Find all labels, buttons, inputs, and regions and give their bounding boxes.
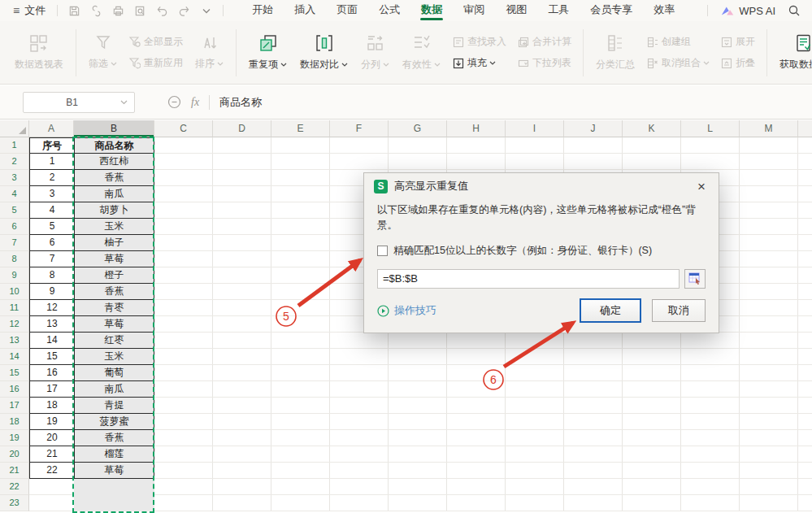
cell-column-b[interactable]: 草莓 bbox=[74, 251, 154, 267]
row-header[interactable]: 22 bbox=[0, 479, 29, 495]
cell-column-a[interactable]: 3 bbox=[29, 186, 74, 202]
menu-tab[interactable]: 插入 bbox=[284, 0, 326, 21]
save-icon[interactable] bbox=[64, 2, 85, 20]
ungroup-button[interactable]: 取消组合 bbox=[647, 56, 710, 70]
menu-tab[interactable]: 审阅 bbox=[453, 0, 495, 21]
range-input[interactable] bbox=[377, 269, 680, 289]
grid-cells[interactable] bbox=[154, 381, 812, 398]
cell-column-a[interactable]: 14 bbox=[29, 333, 74, 349]
cell-column-b[interactable]: 菠萝蜜 bbox=[74, 414, 154, 430]
grid-cells[interactable] bbox=[154, 349, 812, 365]
column-header[interactable]: I bbox=[506, 120, 564, 137]
cell-column-b[interactable]: 青枣 bbox=[74, 300, 154, 316]
row-header[interactable]: 9 bbox=[0, 267, 29, 284]
tips-link[interactable]: 操作技巧 bbox=[377, 303, 436, 318]
menu-tab[interactable]: 页面 bbox=[326, 0, 368, 21]
grid-cells[interactable] bbox=[154, 137, 812, 154]
expand-button[interactable]: 展开 bbox=[721, 35, 755, 49]
cancel-button[interactable]: 取消 bbox=[652, 299, 706, 322]
create-group-button[interactable]: 创建组 bbox=[647, 35, 710, 49]
dropdown-list-button[interactable]: 下拉列表 bbox=[518, 56, 571, 70]
print-icon[interactable] bbox=[108, 2, 128, 20]
row-header[interactable]: 8 bbox=[0, 251, 29, 267]
row-header[interactable]: 6 bbox=[0, 219, 29, 235]
column-header[interactable]: H bbox=[447, 120, 506, 137]
undo-icon[interactable] bbox=[152, 2, 172, 20]
cell-column-a[interactable]: 19 bbox=[29, 414, 74, 430]
print-preview-icon[interactable] bbox=[130, 2, 150, 20]
cell-column-a[interactable]: 2 bbox=[29, 170, 74, 186]
cell-column-a[interactable]: 9 bbox=[29, 284, 74, 300]
cell-column-a[interactable]: 17 bbox=[29, 381, 74, 398]
cell-column-a[interactable]: 5 bbox=[29, 219, 74, 235]
cell-column-b[interactable]: 草莓 bbox=[74, 316, 154, 333]
cell-column-a[interactable]: 4 bbox=[29, 202, 74, 219]
cell-column-a[interactable]: 8 bbox=[29, 267, 74, 284]
row-header[interactable]: 10 bbox=[0, 284, 29, 300]
fx-icon[interactable]: fx bbox=[191, 96, 199, 109]
cell-column-b[interactable]: 玉米 bbox=[74, 349, 154, 365]
cell-column-b[interactable]: 柚子 bbox=[74, 235, 154, 251]
show-all-button[interactable]: 全部显示 bbox=[129, 35, 183, 49]
cell-column-b[interactable]: 香蕉 bbox=[74, 284, 154, 300]
lookup-entry-button[interactable]: 查找录入 bbox=[453, 35, 506, 49]
cell-column-b[interactable] bbox=[74, 479, 154, 495]
cell-column-a[interactable]: 21 bbox=[29, 446, 74, 463]
grid-cells[interactable] bbox=[154, 495, 812, 511]
cell-column-b[interactable]: 玉米 bbox=[74, 219, 154, 235]
row-header[interactable]: 20 bbox=[0, 446, 29, 463]
formula-input[interactable]: 商品名称 bbox=[219, 95, 262, 110]
cell-column-a[interactable] bbox=[29, 495, 74, 511]
cell-column-a[interactable]: 18 bbox=[29, 398, 74, 414]
get-data-button[interactable]: 获取数据 bbox=[773, 33, 812, 72]
column-header[interactable]: A bbox=[29, 120, 74, 137]
cell-column-a[interactable]: 15 bbox=[29, 349, 74, 365]
select-all-corner[interactable] bbox=[0, 120, 29, 137]
toolbar-more-icon[interactable] bbox=[196, 2, 216, 20]
grid-cells[interactable] bbox=[154, 414, 812, 430]
row-header[interactable]: 4 bbox=[0, 186, 29, 202]
column-header[interactable]: E bbox=[271, 120, 330, 137]
cell-column-a[interactable]: 7 bbox=[29, 251, 74, 267]
reapply-button[interactable]: 重新应用 bbox=[129, 56, 183, 70]
file-menu[interactable]: ≡ 文件 bbox=[8, 3, 50, 18]
validation-button[interactable]: 有效性 bbox=[396, 33, 447, 72]
cell-column-b[interactable]: 香蕉 bbox=[74, 430, 154, 446]
cell-column-a[interactable]: 13 bbox=[29, 316, 74, 333]
text-to-columns-button[interactable]: 分列 bbox=[354, 33, 396, 72]
row-header[interactable]: 15 bbox=[0, 365, 29, 381]
consolidate-button[interactable]: 合并计算 bbox=[518, 35, 571, 49]
cell-column-a[interactable]: 序号 bbox=[29, 137, 74, 154]
fill-button[interactable]: 填充 bbox=[453, 56, 506, 70]
cell-column-b[interactable]: 胡萝卜 bbox=[74, 202, 154, 219]
cell-column-a[interactable] bbox=[29, 479, 74, 495]
cell-column-b[interactable]: 青提 bbox=[74, 398, 154, 414]
row-header[interactable]: 3 bbox=[0, 170, 29, 186]
grid-cells[interactable] bbox=[154, 463, 812, 479]
column-header[interactable]: G bbox=[389, 120, 447, 137]
cell-column-b[interactable]: 榴莲 bbox=[74, 446, 154, 463]
cell-column-a[interactable]: 6 bbox=[29, 235, 74, 251]
cell-column-b[interactable]: 香蕉 bbox=[74, 170, 154, 186]
cell-column-b[interactable]: 红枣 bbox=[74, 333, 154, 349]
cell-column-b[interactable]: 葡萄 bbox=[74, 365, 154, 381]
menu-tab[interactable]: 数据 bbox=[410, 0, 453, 21]
grid-cells[interactable] bbox=[154, 365, 812, 381]
sort-button[interactable]: 排序 bbox=[189, 34, 230, 71]
column-header[interactable]: K bbox=[623, 120, 681, 137]
row-header[interactable]: 21 bbox=[0, 463, 29, 479]
menu-tab[interactable]: 效率 bbox=[643, 0, 685, 21]
circle-minus-icon[interactable] bbox=[167, 95, 181, 109]
search-icon[interactable] bbox=[784, 2, 804, 20]
exact-match-checkbox[interactable] bbox=[377, 246, 388, 256]
row-header[interactable]: 14 bbox=[0, 349, 29, 365]
row-header[interactable]: 11 bbox=[0, 300, 29, 316]
pivot-table-button[interactable]: 数据透视表 bbox=[8, 33, 70, 72]
cell-column-b[interactable] bbox=[74, 495, 154, 511]
column-header[interactable]: J bbox=[564, 120, 623, 137]
wps-ai-button[interactable]: WPS AI bbox=[721, 5, 775, 17]
column-header[interactable]: B bbox=[74, 120, 154, 137]
grid-cells[interactable] bbox=[154, 479, 812, 495]
column-header[interactable]: L bbox=[681, 120, 740, 137]
cell-column-b[interactable]: 商品名称 bbox=[74, 137, 154, 154]
